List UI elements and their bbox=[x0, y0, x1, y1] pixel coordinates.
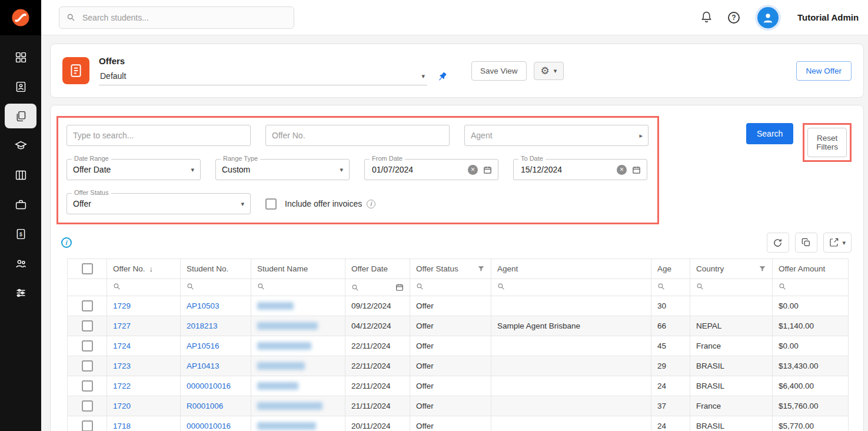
offer-no-link[interactable]: 1723 bbox=[107, 356, 181, 376]
offer-no-link[interactable]: 1727 bbox=[107, 316, 181, 336]
sidebar-item-agents[interactable] bbox=[5, 251, 36, 276]
offer-no-link[interactable]: 1720 bbox=[107, 396, 181, 416]
offer-no-link[interactable]: 1729 bbox=[107, 296, 181, 316]
sidebar-item-courses[interactable] bbox=[5, 133, 36, 158]
row-checkbox[interactable] bbox=[82, 320, 93, 331]
calendar-icon[interactable] bbox=[395, 283, 404, 291]
agent-cell[interactable] bbox=[491, 356, 651, 376]
sidebar-item-invoices[interactable]: $ bbox=[5, 221, 36, 246]
filter-offer-status[interactable] bbox=[410, 279, 491, 296]
notifications-button[interactable] bbox=[700, 11, 713, 25]
sidebar-item-dashboard[interactable] bbox=[5, 45, 36, 69]
student-no-link[interactable]: 0000010016 bbox=[181, 416, 251, 431]
row-checkbox[interactable] bbox=[82, 420, 93, 431]
from-date-field[interactable]: From Date × bbox=[364, 159, 498, 180]
clear-icon[interactable]: × bbox=[468, 165, 478, 175]
student-no-link[interactable]: AP10413 bbox=[181, 356, 251, 376]
column-header-offer-status[interactable]: Offer Status bbox=[410, 259, 491, 279]
student-no-link[interactable]: AP10503 bbox=[181, 296, 251, 316]
agent-cell[interactable] bbox=[491, 336, 651, 356]
table-row[interactable]: 1720 R0001006 21/11/2024 Offer 37 France… bbox=[68, 396, 849, 416]
calendar-icon[interactable] bbox=[483, 165, 492, 174]
filter-icon[interactable] bbox=[477, 265, 485, 273]
agent-cell[interactable] bbox=[491, 416, 651, 431]
column-header-age[interactable]: Age bbox=[651, 259, 690, 279]
info-icon[interactable]: i bbox=[367, 200, 375, 208]
table-row[interactable]: 1723 AP10413 22/11/2024 Offer 29 BRASIL … bbox=[68, 356, 849, 376]
to-date-field[interactable]: To Date × bbox=[513, 159, 647, 180]
offer-status-select[interactable]: Offer Status Offer ▾ bbox=[66, 193, 251, 214]
filter-student-no[interactable] bbox=[181, 279, 251, 296]
refresh-button[interactable] bbox=[767, 233, 789, 253]
student-search-input[interactable] bbox=[81, 12, 287, 23]
offer-no-link[interactable]: 1722 bbox=[107, 376, 181, 396]
date-range-select[interactable]: Date Range Offer Date ▾ bbox=[66, 159, 201, 180]
sidebar-item-services[interactable] bbox=[5, 192, 36, 217]
column-header-offer-no[interactable]: Offer No.↓ bbox=[107, 259, 181, 279]
filter-offer-date[interactable] bbox=[345, 279, 410, 296]
view-select[interactable]: Default ▾ bbox=[99, 70, 427, 85]
sidebar-item-settings[interactable] bbox=[5, 280, 36, 305]
table-row[interactable]: 1727 2018213 04/12/2024 Offer Sample Age… bbox=[68, 316, 849, 336]
column-header-offer-date[interactable]: Offer Date bbox=[345, 259, 410, 279]
range-type-select[interactable]: Range Type Custom ▾ bbox=[215, 159, 350, 180]
filter-offer-no[interactable] bbox=[107, 279, 181, 296]
agent-cell[interactable]: Sample Agent Brisbane bbox=[491, 316, 651, 336]
agent-cell[interactable] bbox=[491, 376, 651, 396]
filter-country[interactable] bbox=[690, 279, 773, 296]
offer-no-input[interactable] bbox=[265, 125, 450, 146]
sidebar-item-students[interactable] bbox=[5, 74, 36, 99]
search-button[interactable]: Search bbox=[746, 123, 793, 144]
copy-button[interactable] bbox=[795, 233, 817, 253]
reset-filters-button[interactable]: Reset Filters bbox=[807, 128, 847, 157]
grid-info-icon[interactable]: i bbox=[61, 237, 72, 248]
row-checkbox[interactable] bbox=[82, 360, 93, 372]
table-row[interactable]: 1722 0000010016 22/11/2024 Offer 24 BRAS… bbox=[68, 376, 849, 396]
row-checkbox[interactable] bbox=[82, 300, 93, 311]
student-no-link[interactable]: 0000010016 bbox=[181, 376, 251, 396]
clear-icon[interactable]: × bbox=[617, 165, 627, 175]
user-avatar[interactable] bbox=[755, 5, 781, 31]
calendar-icon[interactable] bbox=[632, 165, 641, 174]
table-row[interactable]: 1718 0000010016 20/11/2024 Offer 24 BRAS… bbox=[68, 416, 849, 431]
sidebar-item-reports[interactable] bbox=[5, 163, 36, 187]
column-header-student-name[interactable]: Student Name bbox=[251, 259, 345, 279]
column-header-agent[interactable]: Agent bbox=[491, 259, 651, 279]
select-all-checkbox[interactable] bbox=[82, 263, 93, 274]
agent-filter[interactable]: ▸ bbox=[464, 125, 648, 146]
agent-input[interactable] bbox=[464, 125, 648, 146]
table-row[interactable]: 1724 AP10516 22/11/2024 Offer 45 France … bbox=[68, 336, 849, 356]
offer-no-link[interactable]: 1724 bbox=[107, 336, 181, 356]
filter-agent[interactable] bbox=[491, 279, 651, 296]
row-checkbox[interactable] bbox=[82, 380, 93, 392]
pin-view-button[interactable] bbox=[437, 71, 448, 84]
column-header-country[interactable]: Country bbox=[690, 259, 773, 279]
offer-no-link[interactable]: 1718 bbox=[107, 416, 181, 431]
column-header-student-no[interactable]: Student No. bbox=[181, 259, 251, 279]
row-checkbox[interactable] bbox=[82, 400, 93, 412]
filter-student-name[interactable] bbox=[251, 279, 345, 296]
view-settings-button[interactable]: ⚙ ▾ bbox=[534, 62, 564, 80]
student-no-link[interactable]: AP10516 bbox=[181, 336, 251, 356]
from-date-input[interactable] bbox=[371, 164, 468, 175]
filter-offer-amount[interactable] bbox=[773, 279, 849, 296]
to-date-input[interactable] bbox=[520, 164, 617, 175]
include-offer-invoices-checkbox[interactable] bbox=[265, 198, 277, 210]
keyword-search-input[interactable] bbox=[66, 125, 251, 146]
filter-age[interactable] bbox=[651, 279, 690, 296]
agent-cell[interactable] bbox=[491, 396, 651, 416]
column-header-offer-amount[interactable]: Offer Amount bbox=[773, 259, 849, 279]
help-icon[interactable]: ? bbox=[728, 12, 740, 24]
new-offer-button[interactable]: New Offer bbox=[796, 61, 852, 81]
agent-cell[interactable] bbox=[491, 296, 651, 316]
export-button[interactable]: ▾ bbox=[823, 233, 852, 253]
save-view-button[interactable]: Save View bbox=[471, 61, 527, 81]
student-no-link[interactable]: 2018213 bbox=[181, 316, 251, 336]
filter-icon[interactable] bbox=[759, 265, 766, 273]
table-row[interactable]: 1729 AP10503 09/12/2024 Offer 30 $0.00 bbox=[68, 296, 849, 316]
student-no-link[interactable]: R0001006 bbox=[181, 396, 251, 416]
user-name[interactable]: Tutorial Admin bbox=[797, 12, 859, 22]
app-logo[interactable] bbox=[0, 0, 41, 35]
sidebar-item-offers[interactable] bbox=[5, 104, 36, 128]
row-checkbox[interactable] bbox=[82, 340, 93, 352]
